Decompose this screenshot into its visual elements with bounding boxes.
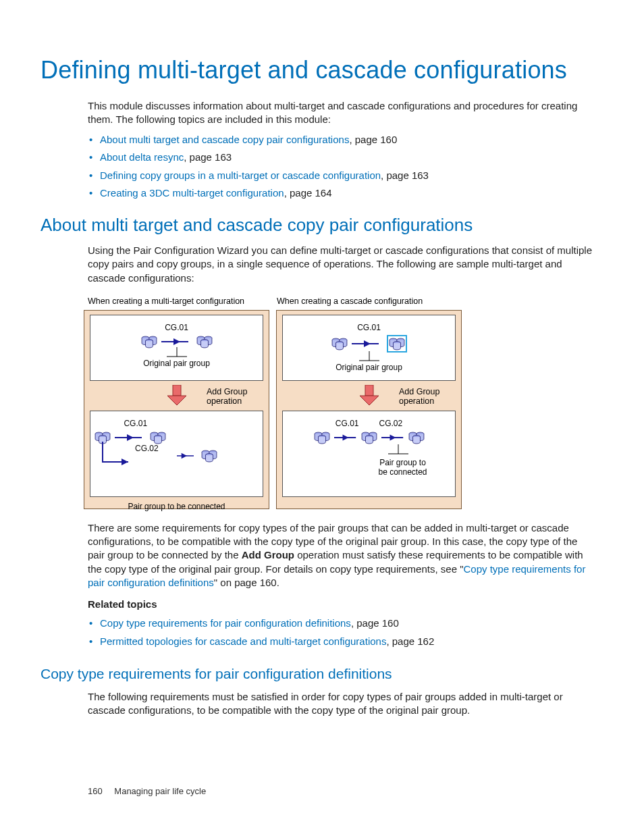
toc-item: Defining copy groups in a multi-target o… [88, 169, 597, 182]
add-group-label: Add Groupoperation [207, 387, 261, 407]
page-number: 160 [88, 786, 103, 796]
chapter-name: Managing pair life cycle [114, 786, 206, 796]
storage-icon [141, 335, 157, 348]
down-arrow-icon [358, 385, 380, 407]
branch-connector-icon: CG.02 [95, 442, 176, 471]
storage-icon [196, 335, 213, 348]
connector-icon [161, 336, 192, 347]
connector-icon [334, 432, 357, 443]
page-title: Defining multi-target and cascade config… [41, 54, 603, 87]
callout-icon [167, 347, 187, 358]
related-link[interactable]: Permitted topologies for cascade and mul… [100, 635, 386, 647]
cg-label: CG.01 [95, 418, 177, 429]
section-heading-copytype: Copy type requirements for pair configur… [41, 664, 603, 683]
section1-para2: There are some requirements for copy typ… [88, 521, 597, 590]
related-topics-heading: Related topics [88, 598, 597, 611]
svg-marker-9 [122, 459, 128, 465]
section-heading-about: About multi target and cascade copy pair… [41, 213, 603, 237]
section1-para1: Using the Pair Configuration Wizard you … [88, 244, 597, 285]
page-footer: 160 Managing pair life cycle [88, 785, 206, 798]
connector-icon [177, 450, 197, 461]
storage-icon [361, 431, 377, 444]
cg-label: CG.02 [379, 418, 403, 429]
add-group-label: Add Groupoperation [399, 387, 453, 407]
toc-page: , page 160 [349, 134, 397, 145]
connector-icon [381, 432, 404, 443]
original-pair-label: Original pair group [95, 358, 259, 369]
callout-icon [359, 351, 379, 362]
toc-page: , page 164 [284, 187, 332, 199]
pair-group-connected-label: Pair group tobe connected [354, 458, 451, 477]
cg-label: CG.01 [287, 322, 451, 333]
storage-icon [314, 431, 330, 444]
toc-link[interactable]: About delta resync [100, 151, 184, 163]
toc-item: About multi target and cascade copy pair… [88, 133, 597, 147]
toc-page: , page 163 [184, 151, 232, 163]
storage-icon [389, 337, 405, 350]
config-diagram: When creating a multi-target configurati… [84, 294, 462, 509]
related-item: Copy type requirements for pair configur… [88, 617, 597, 630]
diagram-title-right: When creating a cascade configuration [273, 294, 462, 310]
storage-icon [331, 337, 348, 350]
diagram-title-left: When creating a multi-target configurati… [84, 294, 273, 310]
cg-label: CG.02 [135, 444, 159, 453]
toc-item: About delta resync, page 163 [88, 151, 597, 164]
cg-label: CG.01 [336, 418, 359, 429]
intro-paragraph: This module discusses information about … [88, 99, 597, 127]
toc-list: About multi target and cascade copy pair… [88, 133, 597, 200]
toc-page: , page 163 [381, 170, 429, 181]
toc-item: Creating a 3DC multi-target configuratio… [88, 186, 597, 200]
original-pair-label: Original pair group [287, 362, 451, 373]
add-group-bold: Add Group [242, 549, 294, 561]
toc-link[interactable]: About multi target and cascade copy pair… [100, 134, 349, 145]
related-page: , page 162 [386, 635, 434, 647]
callout-icon [388, 444, 408, 455]
down-arrow-icon [166, 385, 188, 407]
cg-label: CG.01 [95, 322, 259, 333]
storage-icon [408, 431, 425, 444]
panel-multitarget: CG.01 Original pair group Add Groupopera… [84, 310, 269, 509]
related-page: , page 160 [351, 617, 399, 629]
section2-para: The following requirements must be satis… [88, 690, 597, 718]
storage-icon [201, 449, 217, 463]
related-link[interactable]: Copy type requirements for pair configur… [100, 617, 351, 629]
connector-icon [352, 338, 383, 349]
pair-group-connected-label: Pair group to be connected [90, 501, 263, 512]
related-topics-list: Copy type requirements for pair configur… [88, 617, 597, 648]
toc-link[interactable]: Defining copy groups in a multi-target o… [100, 170, 381, 181]
related-item: Permitted topologies for cascade and mul… [88, 635, 597, 648]
panel-cascade: CG.01 Original pair group [276, 310, 462, 509]
toc-link[interactable]: Creating a 3DC multi-target configuratio… [100, 187, 284, 199]
